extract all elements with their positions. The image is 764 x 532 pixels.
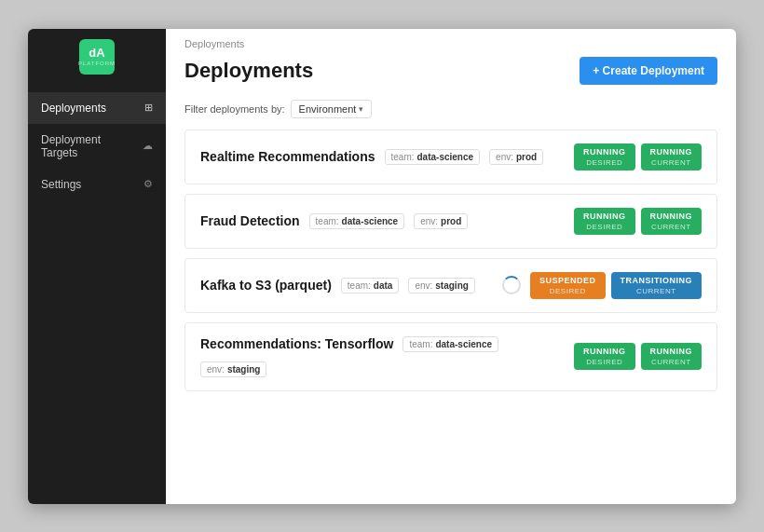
deployment-tag: team:data-science <box>385 149 481 165</box>
desired-state-badge: RUNNINGDesired <box>574 143 635 171</box>
current-state-label: Current <box>651 358 691 366</box>
current-state-label: Current <box>636 287 676 295</box>
page-title: Deployments <box>184 59 313 83</box>
settings-icon: ⚙ <box>143 178 153 190</box>
tag-key: team: <box>409 339 432 349</box>
deployment-card[interactable]: Realtime Recommendationsteam:data-scienc… <box>184 130 717 184</box>
tag-key: env: <box>496 152 513 162</box>
current-state-label: Current <box>651 223 691 231</box>
sidebar-label-deployments: Deployments <box>41 102 106 115</box>
current-state-value: RUNNING <box>650 347 693 356</box>
sidebar-item-settings[interactable]: Settings ⚙ <box>28 169 166 200</box>
desired-state-label: Desired <box>550 287 586 295</box>
sidebar-nav: Deployments ⊞ Deployment Targets ☁ Setti… <box>28 85 166 504</box>
main-content: Deployments Deployments + Create Deploym… <box>166 29 736 504</box>
grid-icon: ⊞ <box>144 102 153 114</box>
tag-key: env: <box>207 364 225 375</box>
desired-state-badge: SUSPENDEDDesired <box>530 272 606 299</box>
deployment-card[interactable]: Recommendations: Tensorflowteam:data-sci… <box>184 322 717 391</box>
current-state-badge: RUNNINGCurrent <box>641 208 703 235</box>
tag-key: team: <box>348 280 371 291</box>
deployment-tag: env:prod <box>489 149 543 165</box>
deployment-name: Realtime Recommendations <box>200 149 375 164</box>
sidebar-item-deployment-targets[interactable]: Deployment Targets ☁ <box>28 124 166 169</box>
breadcrumb: Deployments <box>166 29 736 53</box>
deployment-tag: env:staging <box>408 278 474 293</box>
deployment-info: Fraud Detectionteam:data-scienceenv:prod <box>200 213 468 229</box>
deployment-tag: env:prod <box>414 213 468 229</box>
current-state-value: RUNNING <box>650 147 693 157</box>
deployment-name: Fraud Detection <box>200 213 300 228</box>
filter-dropdown[interactable]: Environment ▾ <box>291 100 373 118</box>
desired-state-label: Desired <box>586 223 622 231</box>
desired-state-value: SUSPENDED <box>539 276 596 285</box>
desired-state-value: RUNNING <box>583 147 626 157</box>
desired-state-value: RUNNING <box>583 211 626 221</box>
current-state-value: RUNNING <box>650 211 693 221</box>
desired-state-badge: RUNNINGDesired <box>574 343 635 370</box>
deployment-tag: team:data <box>341 278 400 293</box>
deployment-status: RUNNINGDesiredRUNNINGCurrent <box>574 343 702 370</box>
desired-state-label: Desired <box>586 358 622 366</box>
logo-sub: PLATFORM <box>78 61 116 66</box>
spinner-icon <box>502 276 521 294</box>
tag-value: data-science <box>417 152 474 162</box>
filter-selected: Environment <box>299 103 357 115</box>
desired-state-value: RUNNING <box>583 347 626 356</box>
deployment-list: Realtime Recommendationsteam:data-scienc… <box>166 130 736 504</box>
logo-text: dA <box>89 47 104 60</box>
tag-value: data-science <box>435 339 492 349</box>
tag-value: prod <box>441 216 461 226</box>
deployment-name: Kafka to S3 (parquet) <box>200 278 332 293</box>
sidebar-item-deployments[interactable]: Deployments ⊞ <box>28 92 166 124</box>
deployment-tag: team:data-science <box>402 336 498 352</box>
cloud-icon: ☁ <box>143 140 153 152</box>
deployment-status: RUNNINGDesiredRUNNINGCurrent <box>574 143 702 171</box>
current-state-label: Current <box>651 158 691 167</box>
page-header: Deployments + Create Deployment <box>166 53 736 96</box>
current-state-value: TRANSITIONING <box>621 276 693 285</box>
deployment-status: SUSPENDEDDesiredTRANSITIONINGCurrent <box>502 272 702 299</box>
deployment-card[interactable]: Kafka to S3 (parquet)team:dataenv:stagin… <box>184 258 717 313</box>
tag-key: env: <box>420 216 438 226</box>
tag-value: data-science <box>342 216 399 226</box>
deployment-status: RUNNINGDesiredRUNNINGCurrent <box>574 208 702 235</box>
desired-state-label: Desired <box>586 158 622 167</box>
current-state-badge: RUNNINGCurrent <box>641 343 703 370</box>
deployment-tag: env:staging <box>200 361 266 377</box>
tag-value: staging <box>227 364 261 375</box>
deployment-info: Kafka to S3 (parquet)team:dataenv:stagin… <box>200 278 475 293</box>
desired-state-badge: RUNNINGDesired <box>574 208 635 235</box>
app-logo: dA PLATFORM <box>28 29 166 85</box>
filter-label: Filter deployments by: <box>184 103 285 115</box>
filter-bar: Filter deployments by: Environment ▾ <box>166 96 736 130</box>
deployment-info: Recommendations: Tensorflowteam:data-sci… <box>200 336 574 377</box>
sidebar-label-settings: Settings <box>41 178 81 191</box>
tag-value: data <box>374 280 393 291</box>
deployment-info: Realtime Recommendationsteam:data-scienc… <box>200 149 543 165</box>
tag-key: team: <box>391 152 415 162</box>
sidebar-label-deployment-targets: Deployment Targets <box>41 133 139 159</box>
tag-key: team: <box>316 216 339 226</box>
tag-value: prod <box>516 152 537 162</box>
deployment-tag: team:data-science <box>309 213 405 229</box>
create-deployment-button[interactable]: + Create Deployment <box>580 57 717 85</box>
deployment-name: Recommendations: Tensorflow <box>200 336 393 351</box>
tag-value: staging <box>435 280 469 291</box>
sidebar: dA PLATFORM Deployments ⊞ Deployment Tar… <box>28 29 166 504</box>
current-state-badge: RUNNINGCurrent <box>641 143 703 171</box>
deployment-card[interactable]: Fraud Detectionteam:data-scienceenv:prod… <box>184 194 717 249</box>
chevron-down-icon: ▾ <box>359 104 363 114</box>
current-state-badge: TRANSITIONINGCurrent <box>611 272 703 299</box>
tag-key: env: <box>415 280 432 291</box>
